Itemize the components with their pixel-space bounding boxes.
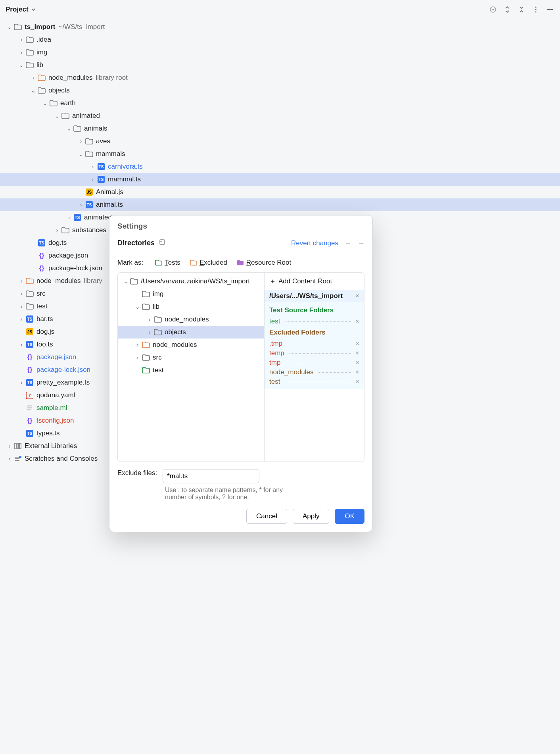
dir-row[interactable]: ›test <box>118 364 264 377</box>
tree-row[interactable]: › TS carnivora.ts <box>0 160 560 173</box>
mark-excluded[interactable]: Excluded <box>190 259 227 267</box>
tree-row[interactable]: ⌄ animated <box>0 110 560 122</box>
apply-button[interactable]: Apply <box>293 509 330 524</box>
chevron-right-icon[interactable]: › <box>89 176 97 183</box>
test-folders-header: Test Source Folders <box>265 304 364 317</box>
test-folder-item[interactable]: test× <box>265 317 364 326</box>
dir-row[interactable]: ⌄/Users/varvara.zaikina/WS/ts_import <box>118 275 264 288</box>
chevron-down-icon[interactable]: ⌄ <box>6 24 13 30</box>
dir-row[interactable]: ›src <box>118 351 264 364</box>
chevron-right-icon[interactable]: › <box>17 290 25 297</box>
more-icon[interactable] <box>531 5 540 14</box>
cancel-button[interactable]: Cancel <box>246 509 287 524</box>
chevron-right-icon[interactable]: › <box>77 138 85 144</box>
collapse-icon[interactable] <box>517 5 526 14</box>
remove-icon[interactable]: × <box>355 368 359 376</box>
chevron-right-icon[interactable]: › <box>6 456 13 462</box>
tree-row[interactable]: ⌄ earth <box>0 97 560 110</box>
folder-icon <box>25 61 34 69</box>
tree-label: External Libraries <box>25 442 77 450</box>
chevron-right-icon[interactable]: › <box>17 49 25 56</box>
dir-row[interactable]: ›node_modules <box>118 313 264 326</box>
remove-icon[interactable]: × <box>355 317 359 325</box>
dir-row[interactable]: ⌄lib <box>118 300 264 313</box>
close-icon[interactable]: × <box>355 292 359 300</box>
dir-row[interactable]: ›img <box>118 288 264 300</box>
chevron-right-icon[interactable]: › <box>17 303 25 310</box>
back-icon[interactable]: ← <box>345 239 351 247</box>
tree-row[interactable]: ⌄ lib <box>0 59 560 71</box>
excluded-folder-item[interactable]: .tmp× <box>265 339 364 348</box>
content-root-chip[interactable]: /Users/.../WS/ts_import × <box>265 290 364 302</box>
mark-resource[interactable]: Resource Root <box>237 259 291 267</box>
json-file-icon: {} <box>25 365 34 374</box>
chevron-down-icon[interactable]: ⌄ <box>53 113 61 119</box>
minimize-icon[interactable] <box>546 5 554 14</box>
chevron-down-icon[interactable]: ⌄ <box>77 151 85 157</box>
dir-row-selected[interactable]: ›objects <box>118 326 264 339</box>
json-file-icon: {} <box>25 416 34 425</box>
chevron-right-icon[interactable]: › <box>65 214 73 221</box>
svg-text:TS: TS <box>87 203 92 207</box>
forward-icon[interactable]: → <box>358 239 364 247</box>
excluded-folder-item[interactable]: temp× <box>265 348 364 358</box>
tree-row[interactable]: ⌄ animals <box>0 122 560 135</box>
tree-label: substances <box>72 226 106 234</box>
remove-icon[interactable]: × <box>355 349 359 357</box>
tree-row[interactable]: › .idea <box>0 33 560 46</box>
dialog-title: Settings <box>109 215 372 235</box>
ts-file-icon: TS <box>97 162 105 171</box>
chevron-right-icon[interactable]: › <box>17 316 25 322</box>
excluded-folder-item[interactable]: test× <box>265 377 364 387</box>
folder-icon <box>13 23 22 31</box>
mark-tests[interactable]: TTestsests <box>155 259 180 267</box>
chevron-right-icon[interactable]: › <box>6 443 13 449</box>
chevron-down-icon[interactable]: ⌄ <box>65 125 73 132</box>
dir-row[interactable]: ›node_modules <box>118 339 264 351</box>
chevron-right-icon[interactable]: › <box>17 379 25 386</box>
target-icon[interactable] <box>489 5 497 14</box>
folder-icon <box>73 124 82 133</box>
chevron-down-icon[interactable]: ⌄ <box>41 100 49 106</box>
tree-row[interactable]: ⌄ ts_import ~/WS/ts_import <box>0 21 560 33</box>
text-file-icon <box>25 404 34 412</box>
expand-icon[interactable] <box>503 5 512 14</box>
chevron-right-icon[interactable]: › <box>17 37 25 43</box>
tree-label: animals <box>84 125 107 133</box>
svg-rect-34 <box>17 443 19 449</box>
chevron-right-icon[interactable]: › <box>53 227 61 233</box>
folder-icon <box>61 226 70 235</box>
excluded-folder-item[interactable]: node_modules× <box>265 367 364 377</box>
remove-icon[interactable]: × <box>355 359 359 367</box>
tree-row[interactable]: › node_modules library root <box>0 71 560 84</box>
revert-link[interactable]: Revert changes <box>291 239 338 247</box>
chevron-right-icon[interactable]: › <box>77 202 85 208</box>
directories-tree[interactable]: ⌄/Users/varvara.zaikina/WS/ts_import ›im… <box>118 273 264 462</box>
excluded-folder-item[interactable]: tmp× <box>265 358 364 367</box>
chevron-right-icon[interactable]: › <box>29 75 37 81</box>
tree-row[interactable]: › img <box>0 46 560 59</box>
remove-icon[interactable]: × <box>355 378 359 386</box>
project-tool-title[interactable]: Project <box>6 6 36 13</box>
chevron-down-icon[interactable]: ⌄ <box>17 62 25 68</box>
svg-point-4 <box>535 11 536 12</box>
ts-file-icon: TS <box>25 315 34 323</box>
svg-point-39 <box>19 456 21 458</box>
chevron-right-icon[interactable]: › <box>17 341 25 348</box>
svg-text:TS: TS <box>27 317 33 321</box>
tree-label: package.json <box>48 252 88 260</box>
exclude-files-input[interactable] <box>163 469 259 483</box>
ok-button[interactable]: OK <box>335 509 364 524</box>
chevron-right-icon[interactable]: › <box>17 278 25 284</box>
chevron-right-icon[interactable]: › <box>89 163 97 170</box>
tree-row[interactable]: › TS mammal.ts <box>0 173 560 186</box>
tree-row[interactable]: ⌄ mammals <box>0 148 560 160</box>
add-content-root[interactable]: ＋ Add Content Root <box>265 273 364 290</box>
tree-row[interactable]: ⌄ objects <box>0 84 560 97</box>
tree-row[interactable]: › aves <box>0 135 560 148</box>
chevron-down-icon[interactable]: ⌄ <box>29 87 37 94</box>
remove-icon[interactable]: × <box>355 340 359 348</box>
tree-label: aves <box>96 137 110 145</box>
tree-row[interactable]: › JS Animal.js <box>0 186 560 198</box>
tree-row[interactable]: › TS animal.ts <box>0 198 560 211</box>
